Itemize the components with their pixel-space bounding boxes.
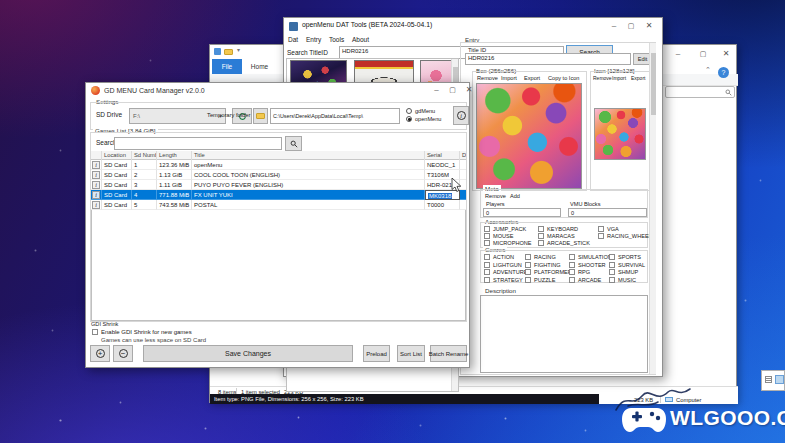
checkbox-action[interactable]: [484, 254, 490, 260]
explorer-search-input[interactable]: [665, 86, 735, 98]
table-row-3[interactable]: i SD Card 3 1.11 GiB PUYO PUYO FEVER (EN…: [91, 180, 466, 190]
tab-home[interactable]: Home: [243, 59, 276, 74]
games-search-input[interactable]: [114, 137, 282, 150]
vmu-blocks-input[interactable]: 0: [568, 208, 647, 217]
radio-openmenu-label: openMenu: [415, 116, 441, 123]
box-export-link[interactable]: Export: [524, 75, 540, 82]
remove-game-button[interactable]: −: [113, 345, 133, 362]
browse-folder-button[interactable]: [253, 108, 268, 124]
checkbox-arcade-stick[interactable]: [538, 240, 544, 246]
checkbox-jump-pack[interactable]: [484, 226, 490, 232]
search-titleid-label: Search TitleID: [287, 49, 328, 57]
row-info-button[interactable]: i: [92, 201, 100, 209]
temporary-folder-input[interactable]: C:\Users\Derek\AppData\Local\Temp\: [270, 108, 400, 124]
table-row-5[interactable]: i SD Card 5 743.58 MiB POSTAL T0000: [91, 200, 466, 210]
icon-art-image: [594, 108, 646, 160]
gd-menu-card-manager-window[interactable]: GD MENU Card Manager v2.0.0 – ▢ ✕ Settin…: [85, 82, 470, 368]
tab-file[interactable]: File: [212, 59, 242, 74]
box-copy-to-icon-link[interactable]: Copy to Icon: [548, 75, 579, 82]
save-changes-button[interactable]: Save Changes: [143, 345, 353, 362]
checkbox-strategy[interactable]: [484, 277, 490, 283]
box-remove-link[interactable]: Remove: [477, 75, 498, 82]
explorer-app-icon: [214, 48, 221, 55]
sort-list-button[interactable]: Sort List: [397, 345, 425, 362]
checkbox-vga[interactable]: [598, 226, 604, 232]
table-row-2[interactable]: i SD Card 2 1.13 GiB COOL COOL TOON (ENG…: [91, 170, 466, 180]
radio-openmenu[interactable]: [406, 116, 412, 122]
gdm-maximize-button[interactable]: ▢: [445, 83, 460, 96]
dat-tools-title: openMenu DAT Tools (BETA 2024-05-04.1): [302, 21, 432, 29]
dat-minimize-button[interactable]: –: [606, 19, 622, 32]
checkbox-rpg[interactable]: [569, 269, 575, 275]
watermark-text: WLGOOO.COM: [670, 406, 785, 430]
gdm-close-button[interactable]: ✕: [461, 83, 477, 96]
checkbox-racing-wheel[interactable]: [598, 233, 604, 239]
checkbox-music[interactable]: [609, 277, 615, 283]
batch-rename-button[interactable]: Batch Rename: [430, 345, 467, 362]
icon-export-link[interactable]: Export: [631, 75, 645, 82]
row-info-button[interactable]: i: [92, 181, 100, 189]
games-search-button[interactable]: [285, 136, 302, 151]
checkbox-platformer[interactable]: [525, 269, 531, 275]
sd-drive-label: SD Drive: [96, 111, 122, 119]
thumbnail-view-icon[interactable]: [775, 375, 784, 384]
row-info-button[interactable]: i: [92, 191, 100, 199]
mouse-cursor: [451, 178, 462, 193]
table-row-4-selected[interactable]: i SD Card 4 771.88 MiB FX UNIT YUKI MK03…: [91, 190, 466, 200]
gdm-minimize-button[interactable]: –: [429, 83, 444, 96]
title-id-input[interactable]: HDR0216: [465, 53, 631, 65]
checkbox-puzzle[interactable]: [525, 277, 531, 283]
checkbox-mouse[interactable]: [484, 233, 490, 239]
checkbox-racing[interactable]: [525, 254, 531, 260]
info-icon: i: [457, 111, 466, 120]
explorer-minimize-button[interactable]: –: [671, 47, 685, 60]
dat-maximize-button[interactable]: ▢: [623, 19, 639, 32]
menu-entry[interactable]: Entry: [306, 36, 321, 44]
icon-remove-link[interactable]: Remove: [593, 75, 612, 82]
meta-add-link[interactable]: Add: [510, 193, 520, 200]
dat-close-button[interactable]: ✕: [640, 19, 658, 32]
menu-about[interactable]: About: [352, 36, 369, 44]
gdi-shrink-checkbox[interactable]: [92, 329, 98, 335]
box-import-link[interactable]: Import: [501, 75, 517, 82]
help-icon[interactable]: ?: [718, 67, 729, 78]
checkbox-keyboard[interactable]: [538, 226, 544, 232]
temporary-folder-label: Temporary folder: [207, 112, 251, 119]
ribbon-collapse-icon[interactable]: ⌃: [705, 66, 711, 74]
box-groupbox: Remove Import Export Copy to Icon: [472, 71, 587, 191]
checkbox-simulation[interactable]: [569, 254, 575, 260]
checkbox-shooter[interactable]: [569, 262, 575, 268]
checkbox-survival[interactable]: [609, 262, 615, 268]
table-row-1[interactable]: i SD Card 1 123.36 MiB openMenu NEODC_1: [91, 160, 466, 170]
checkbox-lightgun[interactable]: [484, 262, 490, 268]
checkbox-maracas[interactable]: [538, 233, 544, 239]
qat-dropdown-icon[interactable]: ▾: [237, 46, 240, 53]
wallpaper-sparkles: [0, 0, 1, 1]
explorer-close-button[interactable]: ✕: [719, 47, 733, 60]
genres-groupbox: ACTION LIGHTGUN ADVENTURE STRATEGY RACIN…: [480, 250, 648, 283]
add-game-button[interactable]: +: [90, 345, 110, 362]
menu-dat[interactable]: Dat: [288, 36, 298, 44]
checkbox-adventure[interactable]: [484, 269, 490, 275]
info-button[interactable]: i: [453, 106, 469, 125]
icon-import-link[interactable]: Import: [612, 75, 626, 82]
description-textarea[interactable]: [480, 295, 648, 373]
box-art-image: [476, 83, 582, 189]
checkbox-sports[interactable]: [609, 254, 615, 260]
entry-scrollbar[interactable]: [649, 43, 656, 374]
background-window-sliver: [761, 370, 785, 391]
preload-button[interactable]: Preload: [363, 345, 390, 362]
gdi-shrink-label: GDI Shrink: [91, 321, 118, 328]
explorer-maximize-button[interactable]: ▢: [696, 47, 710, 60]
meta-remove-link[interactable]: Remove: [485, 193, 506, 200]
checkbox-shmup[interactable]: [609, 269, 615, 275]
gdi-shrink-checkbox-label: Enable GDI Shrink for new games: [101, 329, 192, 336]
menu-tools[interactable]: Tools: [329, 36, 344, 44]
list-view-icon[interactable]: [765, 376, 772, 383]
row-info-button[interactable]: i: [92, 171, 100, 179]
row-info-button[interactable]: i: [92, 161, 100, 169]
radio-gdmenu[interactable]: [406, 108, 412, 114]
players-input[interactable]: 0: [483, 208, 561, 217]
checkbox-arcade[interactable]: [569, 277, 575, 283]
checkbox-fighting[interactable]: [525, 262, 531, 268]
